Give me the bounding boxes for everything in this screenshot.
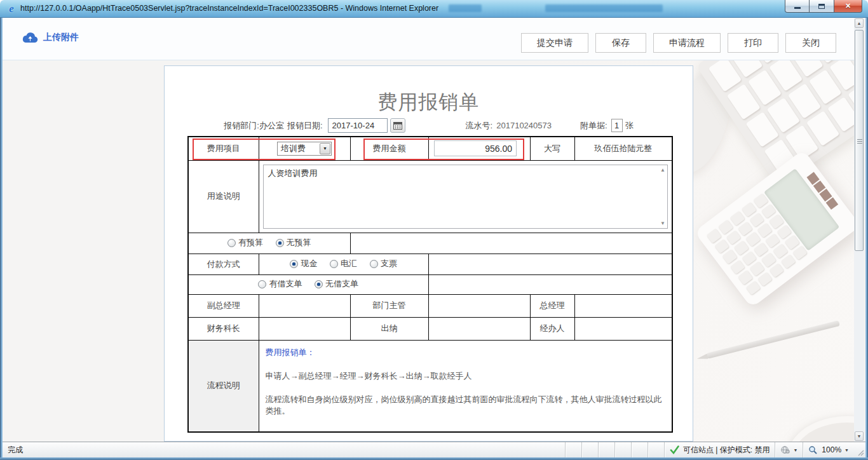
radio-cash[interactable]: 现金	[290, 258, 317, 269]
signature-cell	[428, 317, 530, 340]
save-button[interactable]: 保存	[595, 33, 646, 53]
approver-label: 财务科长	[188, 317, 259, 340]
signature-cell	[428, 294, 530, 317]
approver-label: 副总经理	[188, 294, 259, 317]
cloud-upload-icon	[22, 32, 38, 43]
toolbar-buttons: 提交申请 保存 申请流程 打印 关闭	[521, 33, 836, 53]
titlebar: e http://127.0.0.1/OAapp/HtTrace0503Serv…	[0, 0, 868, 18]
radio-icon	[276, 239, 284, 247]
serial-label: 流水号:	[466, 120, 493, 132]
scrollbar-thumb[interactable]	[855, 30, 864, 251]
page-toolbar: 上传附件 提交申请 保存 申请流程 打印 关闭	[3, 18, 854, 60]
payment-method-label: 付款方式	[188, 254, 259, 274]
security-zone-pane: 可信站点 | 保护模式: 禁用	[664, 442, 775, 457]
payment-empty-cell	[428, 254, 672, 274]
chevron-down-icon: ▼	[320, 143, 330, 154]
purpose-text: 人资培训费用	[268, 168, 318, 178]
date-input[interactable]	[328, 118, 388, 133]
scrollbar-down-button[interactable]: ▼	[855, 431, 864, 441]
application-flow-button[interactable]: 申请流程	[653, 33, 721, 53]
uppercase-label: 大写	[530, 137, 574, 160]
attach-count-input[interactable]	[611, 119, 623, 132]
scrollbar-up-button[interactable]: ▲	[855, 18, 864, 28]
close-icon: ✕	[845, 3, 851, 10]
zoom-level: 100%	[822, 445, 841, 454]
photo-cup	[787, 416, 854, 442]
approver-label: 出纳	[350, 317, 428, 340]
expense-item-label: 费用项目	[188, 137, 259, 160]
loan-empty-cell	[428, 274, 672, 294]
zoom-button[interactable]: 100% ▼	[803, 442, 854, 457]
process-flow: 申请人→副总经理→经理→财务科长→出纳→取款经手人	[266, 370, 667, 382]
titlebar-ghost-artifact	[545, 4, 663, 12]
scroll-down-icon[interactable]: ▼	[660, 220, 665, 226]
budget-radio-group: 有预算 无预算	[188, 233, 350, 254]
loan-radio-group: 有借支单 无借支单	[188, 274, 428, 294]
titlebar-ghost-artifact	[449, 4, 482, 12]
form-info-row: 报销部门:办公室 报销日期: 流水号: 201710240573 附单据: 张	[165, 118, 693, 133]
radio-wire-transfer[interactable]: 电汇	[330, 258, 357, 269]
amount-input[interactable]	[434, 140, 517, 156]
payment-radio-group: 现金 电汇 支票	[259, 254, 428, 274]
radio-icon	[330, 260, 338, 268]
window-frame	[0, 457, 868, 460]
minimize-icon	[794, 7, 801, 9]
expense-form-table: 费用项目 培训费 ▼ 费用金额 大写 玖佰伍拾陆元整 用途说明	[187, 136, 673, 433]
upload-attachment-label: 上传附件	[43, 32, 79, 43]
amount-label: 费用金额	[350, 137, 428, 160]
radio-cheque[interactable]: 支票	[370, 258, 397, 269]
window-title: http://127.0.0.1/OAapp/HtTrace0503Servle…	[20, 4, 438, 13]
scroll-up-icon[interactable]: ▲	[660, 167, 665, 173]
approver-label: 经办人	[530, 317, 574, 340]
radio-icon	[315, 280, 323, 288]
form-panel: 费用报销单 报销部门:办公室 报销日期: 流水号: 201710240573 附…	[164, 65, 693, 442]
department-label: 报销部门:办公室	[224, 120, 284, 132]
budget-empty-cell	[350, 233, 672, 254]
check-icon	[670, 445, 679, 454]
attach-unit: 张	[625, 120, 634, 132]
status-bar: 完成 可信站点 | 保护模式: 禁用 ▼	[3, 442, 865, 457]
purpose-textarea[interactable]: 人资培训费用 ▲ ▼	[263, 165, 668, 229]
chevron-down-icon: ▼	[844, 448, 849, 452]
vertical-scrollbar[interactable]: ▲ ▼	[854, 18, 864, 442]
protected-mode-button[interactable]: ▼	[775, 442, 803, 457]
signature-cell	[574, 317, 672, 340]
window-controls: ✕	[785, 0, 862, 13]
signature-cell	[259, 317, 350, 340]
security-zone-icon	[780, 445, 790, 454]
status-text: 完成	[3, 442, 565, 457]
browser-window: e http://127.0.0.1/OAapp/HtTrace0503Serv…	[0, 0, 868, 460]
attach-label: 附单据:	[580, 120, 607, 132]
uppercase-amount: 玖佰伍拾陆元整	[574, 137, 672, 160]
radio-has-loan-slip[interactable]: 有借支单	[258, 278, 302, 290]
process-label: 流程说明	[188, 340, 259, 432]
minimize-button[interactable]	[785, 0, 810, 13]
signature-cell	[574, 294, 672, 317]
resize-grip[interactable]	[854, 442, 865, 457]
print-button[interactable]: 打印	[728, 33, 778, 53]
calendar-icon	[393, 121, 402, 130]
radio-icon	[258, 280, 266, 288]
radio-no-loan-slip[interactable]: 无借支单	[315, 278, 358, 290]
window-frame	[0, 18, 3, 457]
close-page-button[interactable]: 关闭	[785, 33, 836, 53]
radio-icon	[227, 239, 236, 247]
window-frame	[865, 18, 868, 457]
maximize-icon	[818, 4, 825, 9]
date-label: 报销日期:	[287, 120, 323, 132]
photo-pen	[706, 320, 840, 359]
approver-label: 总经理	[530, 294, 574, 317]
approver-label: 部门主管	[350, 294, 428, 317]
radio-has-budget[interactable]: 有预算	[227, 237, 263, 248]
magnifier-icon	[808, 445, 818, 455]
signature-cell	[259, 294, 350, 317]
close-window-button[interactable]: ✕	[834, 0, 862, 13]
expense-item-select[interactable]: 培训费 ▼	[277, 142, 332, 156]
calendar-button[interactable]	[390, 118, 405, 133]
upload-attachment-link[interactable]: 上传附件	[22, 32, 79, 43]
radio-no-budget[interactable]: 无预算	[276, 237, 311, 248]
submit-application-button[interactable]: 提交申请	[521, 33, 588, 53]
process-title: 费用报销单：	[266, 347, 667, 358]
purpose-label: 用途说明	[188, 160, 259, 233]
maximize-button[interactable]	[810, 0, 834, 13]
